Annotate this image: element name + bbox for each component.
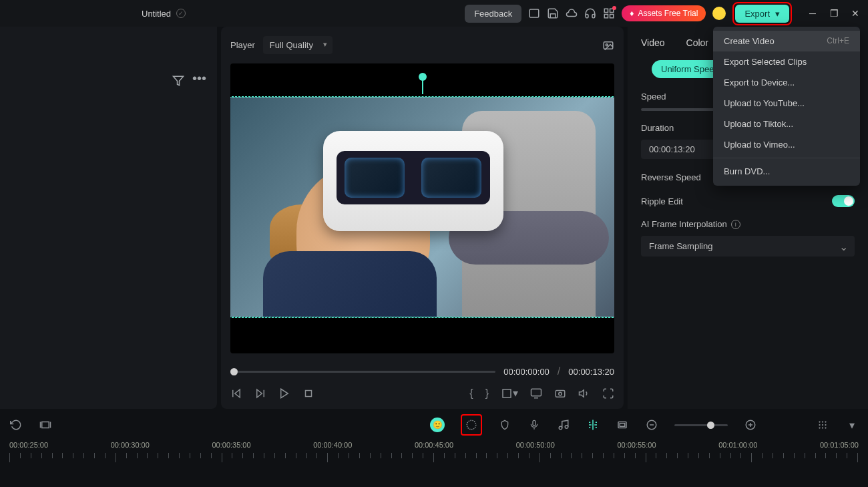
timeline-ruler[interactable]: 00:00:25:0000:00:30:0000:00:35:0000:00:4… bbox=[0, 441, 868, 468]
cloud-icon[interactable] bbox=[566, 7, 578, 19]
tab-video[interactable]: Video bbox=[641, 37, 665, 51]
ruler-tick bbox=[783, 453, 784, 458]
progress-thumb[interactable] bbox=[230, 368, 238, 375]
ripple-edit-label: Ripple Edit bbox=[641, 196, 683, 206]
export-menu-device[interactable]: Export to Device... bbox=[713, 72, 860, 93]
marker-icon[interactable] bbox=[498, 418, 511, 432]
ruler-tick bbox=[296, 453, 296, 458]
video-clip-selection[interactable] bbox=[230, 97, 614, 317]
zoom-thumb[interactable] bbox=[707, 422, 714, 429]
ruler-tick bbox=[41, 453, 42, 458]
layout-icon[interactable] bbox=[528, 7, 540, 19]
titlebar: Untitled ✓ Feedback ♦ Assets Free Trial … bbox=[0, 0, 868, 27]
svg-point-18 bbox=[559, 392, 562, 395]
ruler-tick bbox=[83, 453, 84, 458]
ruler-tick bbox=[52, 453, 53, 458]
ai-interpolation-label: AI Frame Interpolation i bbox=[641, 219, 855, 229]
export-label: Export bbox=[744, 9, 770, 19]
grid-view-icon[interactable] bbox=[816, 418, 829, 432]
tab-color[interactable]: Color bbox=[686, 37, 708, 51]
prev-frame-icon[interactable] bbox=[230, 387, 242, 399]
ruler-tick bbox=[709, 453, 710, 458]
zoom-out-icon[interactable] bbox=[645, 418, 658, 432]
preview-panel: Player Full Quality bbox=[221, 27, 624, 409]
close-button[interactable]: ✕ bbox=[851, 9, 860, 18]
fit-icon[interactable] bbox=[39, 418, 52, 432]
camera-icon[interactable] bbox=[554, 387, 566, 399]
fullscreen-icon[interactable] bbox=[602, 387, 614, 399]
svg-point-46 bbox=[825, 424, 826, 426]
ruler-tick bbox=[740, 453, 741, 458]
reverse-speed-label: Reverse Speed bbox=[641, 172, 701, 182]
minimize-button[interactable]: ─ bbox=[808, 9, 817, 18]
ruler-label: 00:00:45:00 bbox=[415, 441, 453, 449]
save-icon[interactable] bbox=[547, 7, 559, 19]
ruler-tick bbox=[9, 453, 10, 462]
video-preview[interactable] bbox=[230, 63, 614, 353]
voiceover-icon[interactable] bbox=[527, 418, 541, 432]
step-forward-icon[interactable] bbox=[254, 387, 266, 399]
snapshot-icon[interactable] bbox=[602, 39, 614, 51]
ripple-edit-toggle[interactable] bbox=[832, 195, 855, 207]
ruler-tick bbox=[105, 453, 105, 458]
info-icon[interactable]: i bbox=[731, 220, 740, 229]
volume-icon[interactable] bbox=[578, 387, 590, 399]
svg-point-7 bbox=[606, 43, 608, 45]
zoom-in-icon[interactable] bbox=[744, 418, 757, 432]
ruler-tick bbox=[349, 453, 349, 458]
ruler-tick bbox=[253, 453, 254, 458]
ruler-tick bbox=[624, 453, 625, 458]
ruler-tick bbox=[94, 453, 95, 458]
ai-assistant-icon[interactable]: 🙂 bbox=[430, 418, 445, 432]
crop-ratio-icon[interactable]: ▾ bbox=[501, 387, 518, 399]
feedback-button[interactable]: Feedback bbox=[465, 5, 521, 23]
ruler-tick bbox=[381, 453, 381, 458]
apps-icon[interactable] bbox=[603, 7, 615, 19]
export-menu-create-video[interactable]: Create Video Ctrl+E bbox=[713, 31, 860, 51]
crop-icon[interactable] bbox=[616, 418, 629, 432]
mark-out-icon[interactable]: } bbox=[485, 387, 489, 399]
audio-mixer-icon[interactable] bbox=[557, 418, 570, 432]
assets-trial-label: Assets Free Trial bbox=[638, 9, 698, 18]
mark-in-icon[interactable]: { bbox=[469, 387, 473, 399]
export-menu-burn-dvd[interactable]: Burn DVD... bbox=[713, 161, 860, 182]
media-panel: ••• bbox=[0, 27, 217, 409]
undo-icon[interactable] bbox=[9, 418, 23, 432]
export-menu-tiktok[interactable]: Upload to Tiktok... bbox=[713, 114, 860, 134]
svg-point-41 bbox=[819, 421, 820, 422]
ruler-tick bbox=[264, 453, 264, 458]
ruler-tick bbox=[370, 453, 371, 458]
effects-highlight-annotation bbox=[461, 414, 482, 436]
export-menu-youtube[interactable]: Upload to YouTube... bbox=[713, 93, 860, 114]
progress-slider[interactable] bbox=[230, 371, 495, 373]
assets-trial-button[interactable]: ♦ Assets Free Trial bbox=[622, 5, 706, 21]
svg-rect-3 bbox=[605, 15, 608, 18]
play-icon[interactable] bbox=[278, 387, 290, 399]
display-icon[interactable] bbox=[530, 387, 542, 399]
theme-icon[interactable] bbox=[712, 7, 726, 20]
ruler-tick bbox=[529, 453, 529, 458]
svg-point-49 bbox=[825, 427, 826, 428]
filter-icon[interactable] bbox=[172, 75, 184, 87]
quality-select[interactable]: Full Quality bbox=[263, 36, 333, 54]
gem-icon: ♦ bbox=[630, 9, 634, 18]
rotate-knob[interactable] bbox=[419, 73, 427, 81]
ai-interpolation-select[interactable]: Frame Sampling bbox=[641, 236, 855, 257]
svg-marker-8 bbox=[235, 389, 240, 397]
more-options-icon[interactable]: ••• bbox=[192, 75, 206, 87]
split-icon[interactable] bbox=[586, 418, 600, 432]
stop-icon[interactable] bbox=[302, 387, 314, 399]
zoom-slider[interactable] bbox=[674, 424, 728, 426]
export-menu-selected-clips[interactable]: Export Selected Clips bbox=[713, 51, 860, 72]
svg-rect-0 bbox=[530, 9, 539, 17]
effects-icon[interactable] bbox=[465, 418, 478, 432]
ruler-tick bbox=[635, 453, 636, 458]
ruler-tick bbox=[359, 453, 360, 458]
ruler-tick bbox=[561, 453, 562, 458]
export-menu-vimeo[interactable]: Upload to Vimeo... bbox=[713, 134, 860, 155]
ruler-tick bbox=[497, 453, 497, 458]
export-button[interactable]: Export ▾ bbox=[735, 5, 789, 23]
headphones-icon[interactable] bbox=[584, 7, 596, 19]
view-options-dropdown[interactable]: ▾ bbox=[845, 418, 859, 432]
maximize-button[interactable]: ❐ bbox=[829, 9, 839, 18]
